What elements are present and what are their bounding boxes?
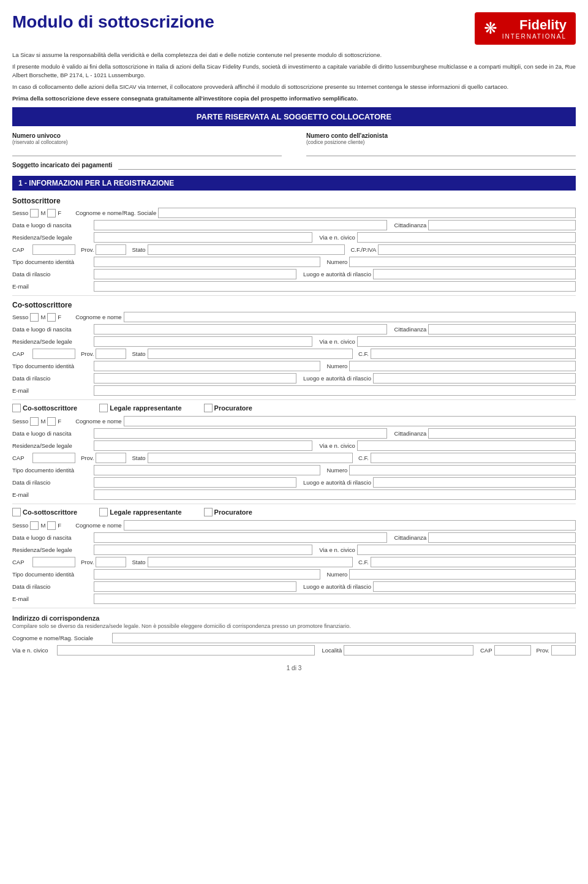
co3-doc-numero-input[interactable] — [349, 569, 576, 580]
co3-sesso-m[interactable] — [30, 521, 39, 530]
numero-conto-input[interactable] — [306, 145, 576, 156]
co1-data-rilascio-input[interactable] — [94, 373, 296, 383]
co3-legale-option[interactable]: Legale rappresentante — [99, 508, 181, 516]
co3-legale-checkbox[interactable] — [99, 508, 108, 516]
co1-via-input[interactable] — [357, 336, 576, 347]
indirizzo-prov-input[interactable] — [551, 645, 576, 655]
residenza-input[interactable] — [94, 232, 312, 243]
co1-luogo-rilascio-input[interactable] — [373, 373, 576, 383]
co2-stato-input[interactable] — [148, 453, 353, 463]
co2-data-nascita-input[interactable] — [94, 428, 387, 439]
co3-email-input[interactable] — [94, 594, 576, 604]
co2-luogo-rilascio-input[interactable] — [373, 477, 576, 488]
residenza-row: Residenza/Sede legale Via e n. civico — [12, 232, 576, 243]
sesso-m-box[interactable] — [30, 209, 39, 217]
co2-cap-input[interactable] — [32, 453, 75, 463]
co3-via-input[interactable] — [357, 545, 576, 555]
intro-text-1: La Sicav si assume la responsabilità del… — [12, 51, 576, 59]
indirizzo-cognome-input[interactable] — [112, 633, 576, 643]
co1-stato-input[interactable] — [148, 349, 353, 359]
cap-input[interactable] — [32, 244, 75, 255]
co1-cf-input[interactable] — [371, 349, 576, 359]
fidelity-logo: ❋ Fidelity INTERNATIONAL — [475, 12, 576, 45]
luogo-rilascio-input[interactable] — [373, 269, 576, 279]
co1-sesso-f[interactable] — [47, 313, 56, 322]
rilascio-row: Data di rilascio Luogo e autorità di ril… — [12, 269, 576, 279]
co1-cognome-input[interactable] — [124, 312, 576, 322]
co2-cognome-input[interactable] — [124, 416, 576, 426]
co2-rilascio-row: Data di rilascio Luogo e autorità di ril… — [12, 477, 576, 488]
co2-email-input[interactable] — [94, 489, 576, 500]
numero-univoco-input[interactable] — [12, 145, 282, 156]
co2-legale-option[interactable]: Legale rappresentante — [99, 404, 181, 412]
co3-luogo-rilascio-input[interactable] — [373, 581, 576, 592]
tipo-doc-input[interactable] — [94, 257, 320, 267]
co3-tipo-doc-row: Tipo documento identità Numero — [12, 569, 576, 580]
co3-cosottoscrittore-checkbox[interactable] — [12, 508, 21, 516]
soggetto-row: Soggetto incaricato dei pagamenti — [12, 160, 576, 170]
prov-input[interactable] — [96, 244, 126, 255]
stato-input[interactable] — [148, 244, 345, 255]
indirizzo-section: Indirizzo di corrispondenza Compilare so… — [12, 614, 576, 655]
indirizzo-cognome-row: Cognome e nome/Rag. Sociale — [12, 633, 576, 643]
co1-prov-input[interactable] — [96, 349, 126, 359]
co2-sesso-m[interactable] — [30, 417, 39, 426]
indirizzo-cap-input[interactable] — [494, 645, 531, 655]
co2-cosottoscrittore-option[interactable]: Co-sottoscrittore — [12, 404, 77, 412]
co3-cf-input[interactable] — [371, 557, 576, 567]
co2-cosottoscrittore-checkbox[interactable] — [12, 404, 21, 412]
co2-legale-checkbox[interactable] — [99, 404, 108, 412]
co3-stato-input[interactable] — [148, 557, 353, 567]
email-row: E-mail — [12, 281, 576, 292]
co2-procuratore-option[interactable]: Procuratore — [204, 404, 252, 412]
co2-procuratore-checkbox[interactable] — [204, 404, 213, 412]
co3-cap-input[interactable] — [32, 557, 75, 567]
co3-residenza-input[interactable] — [94, 545, 312, 555]
email-input[interactable] — [94, 281, 576, 292]
co3-procuratore-option[interactable]: Procuratore — [204, 508, 252, 516]
co1-cap-input[interactable] — [32, 349, 75, 359]
co2-prov-input[interactable] — [96, 453, 126, 463]
co1-email-input[interactable] — [94, 385, 576, 396]
co3-data-nascita-input[interactable] — [94, 532, 387, 543]
co2-via-input[interactable] — [357, 440, 576, 451]
co-block2-options: Co-sottoscrittore Legale rappresentante … — [12, 404, 576, 412]
sesso-f-box[interactable] — [47, 209, 56, 217]
via-input[interactable] — [357, 232, 576, 243]
co2-tipo-doc-input[interactable] — [94, 465, 320, 475]
co3-data-rilascio-input[interactable] — [94, 581, 296, 592]
doc-numero-input[interactable] — [349, 257, 576, 267]
cittadinanza-input[interactable] — [428, 220, 576, 230]
co2-sesso-f[interactable] — [47, 417, 56, 426]
data-rilascio-input[interactable] — [94, 269, 296, 279]
co2-data-rilascio-input[interactable] — [94, 477, 296, 488]
co1-doc-numero-input[interactable] — [349, 361, 576, 371]
co3-cittadinanza-input[interactable] — [428, 532, 576, 543]
cfpiva-input[interactable] — [378, 244, 576, 255]
co2-doc-numero-input[interactable] — [349, 465, 576, 475]
co3-sesso-f[interactable] — [47, 521, 56, 530]
co3-sesso-row: Sesso M F Cognome e nome — [12, 520, 576, 531]
co3-cosottoscrittore-option[interactable]: Co-sottoscrittore — [12, 508, 77, 516]
co1-residenza-input[interactable] — [94, 336, 312, 347]
page-title: Modulo di sottoscrizione — [12, 12, 214, 32]
co2-residenza-input[interactable] — [94, 440, 312, 451]
co3-procuratore-checkbox[interactable] — [204, 508, 213, 516]
co1-tipo-doc-input[interactable] — [94, 361, 320, 371]
numero-conto-group: Numero conto dell'azionista (codice posi… — [306, 132, 576, 156]
co3-cognome-input[interactable] — [124, 520, 576, 531]
co1-sesso-m[interactable] — [30, 313, 39, 322]
co3-prov-input[interactable] — [96, 557, 126, 567]
co1-cittadinanza-input[interactable] — [428, 324, 576, 334]
co3-rilascio-row: Data di rilascio Luogo e autorità di ril… — [12, 581, 576, 592]
cognome-input[interactable] — [158, 208, 576, 218]
co1-data-nascita-input[interactable] — [94, 324, 387, 334]
co2-email-row: E-mail — [12, 489, 576, 500]
co2-cittadinanza-input[interactable] — [428, 428, 576, 439]
co2-tipo-doc-row: Tipo documento identità Numero — [12, 465, 576, 475]
data-nascita-input[interactable] — [94, 220, 387, 230]
indirizzo-localita-input[interactable] — [344, 645, 473, 655]
co3-tipo-doc-input[interactable] — [94, 569, 320, 580]
co2-cf-input[interactable] — [371, 453, 576, 463]
indirizzo-via-input[interactable] — [57, 645, 315, 655]
